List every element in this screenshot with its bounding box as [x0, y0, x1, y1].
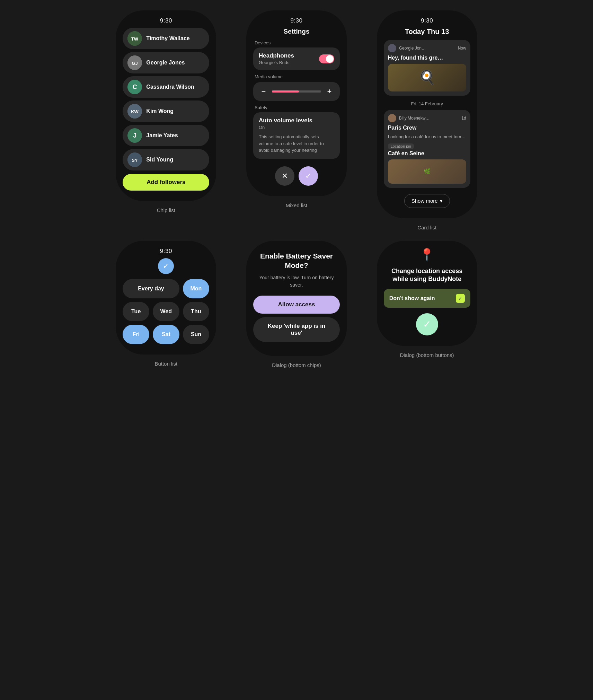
- contact-name-sid: Sid Young: [146, 156, 173, 163]
- checkmark-button[interactable]: ✓: [158, 258, 174, 274]
- volume-fill: [272, 90, 299, 93]
- card-item-georgie[interactable]: Georgie Jon… Now Hey, found this gre… 🍳: [384, 40, 470, 96]
- today-header: Today Thu 13: [405, 28, 449, 36]
- card-avatar-georgie: [388, 44, 396, 52]
- confirm-circle-button[interactable]: ✓: [416, 313, 438, 335]
- chevron-down-icon: ▾: [440, 198, 443, 204]
- headphones-row[interactable]: Headphones Georgie's Buds: [253, 47, 340, 70]
- dialog-chips-body: Your battery is low. Turn on battery sav…: [253, 274, 340, 289]
- confirm-button[interactable]: ✓: [299, 166, 318, 186]
- volume-label: Media volume: [253, 74, 340, 79]
- contact-item-kim[interactable]: KW Kim Wong: [123, 100, 209, 122]
- day-row-frisatsun: Fri Sat Sun: [123, 325, 209, 344]
- day-button-everyday[interactable]: Every day: [123, 279, 179, 298]
- show-more-button[interactable]: Show more ▾: [404, 194, 450, 208]
- dont-show-again-row[interactable]: Don't show again ✓: [384, 289, 470, 308]
- svg-text:SY: SY: [132, 158, 138, 163]
- avatar-sid: SY: [127, 152, 142, 167]
- settings-dialog-buttons: ✕ ✓: [253, 166, 340, 186]
- toggle-knob: [326, 55, 334, 63]
- chip-list-label: Chip list: [157, 207, 175, 213]
- cancel-button[interactable]: ✕: [275, 166, 294, 186]
- card-list-time: 9:30: [421, 17, 433, 24]
- card-title-georgie: Hey, found this gre…: [388, 54, 466, 62]
- contact-item-timothy[interactable]: TW Timothy Wallace: [123, 28, 209, 49]
- location-pin-icon: 📍: [419, 248, 435, 262]
- mixed-list-time: 9:30: [290, 17, 302, 24]
- volume-increase-button[interactable]: +: [325, 87, 334, 96]
- volume-slider[interactable]: [272, 90, 321, 93]
- avatar-timothy: TW: [127, 31, 142, 46]
- headphones-toggle[interactable]: [319, 54, 334, 63]
- day-button-mon[interactable]: Mon: [183, 279, 210, 298]
- mixed-list-watch: 9:30 Settings Devices Headphones Georgie…: [246, 10, 347, 196]
- card-sender-billy: Billy Moenekw…: [399, 116, 459, 121]
- card-avatar-billy: [388, 114, 396, 122]
- card-time-georgie: Now: [458, 46, 466, 51]
- contact-item-jamie[interactable]: J Jamie Yates: [123, 125, 209, 146]
- day-button-fri[interactable]: Fri: [123, 325, 149, 344]
- dialog-chips-title: Enable Battery Saver Mode?: [253, 251, 340, 270]
- card-time-billy: 1d: [461, 116, 466, 121]
- day-button-thu[interactable]: Thu: [183, 302, 210, 321]
- auto-volume-name: Auto volume levels: [259, 117, 334, 124]
- safety-section-label: Safety: [253, 105, 267, 110]
- volume-row: Media volume − +: [253, 74, 340, 101]
- card-list-watch: 9:30 Today Thu 13 Georgie Jon… Now Hey, …: [377, 10, 477, 218]
- volume-decrease-button[interactable]: −: [259, 87, 268, 96]
- button-list-watch: 9:30 ✓ Every day Mon Tue Wed Thu Fri Sat…: [116, 241, 216, 355]
- card-item-billy[interactable]: Billy Moenekw… 1d Paris Crew Looking for…: [384, 110, 470, 188]
- auto-volume-status: On: [259, 125, 334, 130]
- mixed-list-label: Mixed list: [286, 202, 308, 208]
- day-row-tuewedthu: Tue Wed Thu: [123, 302, 209, 321]
- card-title-billy: Paris Crew: [388, 124, 466, 132]
- contact-name-kim: Kim Wong: [146, 108, 174, 114]
- avatar-jamie: J: [127, 128, 142, 143]
- dont-show-checkbox[interactable]: ✓: [456, 294, 465, 303]
- contact-item-sid[interactable]: SY Sid Young: [123, 149, 209, 170]
- day-button-tue[interactable]: Tue: [123, 302, 149, 321]
- location-image: 🌿: [388, 159, 466, 184]
- svg-text:GJ: GJ: [132, 61, 138, 66]
- show-more-label: Show more: [411, 198, 438, 204]
- chip-list-container: TW Timothy Wallace GJ Georgie Jones C Ca…: [123, 28, 209, 170]
- contact-name-timothy: Timothy Wallace: [146, 35, 189, 42]
- contact-name-cassandra: Cassandra Wilson: [146, 84, 194, 90]
- devices-section-label: Devices: [253, 40, 271, 45]
- dialog-buttons-watch: 📍 Change location access while using Bud…: [377, 241, 477, 346]
- button-list-time: 9:30: [160, 248, 172, 255]
- day-button-sat[interactable]: Sat: [153, 325, 179, 344]
- day-button-wed[interactable]: Wed: [153, 302, 179, 321]
- avatar-georgie: GJ: [127, 55, 142, 70]
- date-divider: Fri, 14 February: [411, 101, 443, 106]
- chip-list-time: 9:30: [160, 17, 172, 24]
- day-row-everyday: Every day Mon: [123, 279, 209, 298]
- card-sender-georgie: Georgie Jon…: [399, 46, 455, 51]
- keep-while-app-button[interactable]: Keep 'while app is in use': [253, 317, 340, 342]
- contact-name-jamie: Jamie Yates: [146, 132, 178, 139]
- volume-control: − +: [253, 82, 340, 101]
- contact-name-georgie: Georgie Jones: [146, 59, 185, 66]
- card-image-food: 🍳: [388, 64, 466, 91]
- settings-title: Settings: [284, 28, 310, 35]
- location-name: Café en Seine: [388, 150, 466, 157]
- card-body-billy: Looking for a café for us to meet tom…: [388, 134, 466, 140]
- add-followers-button[interactable]: Add followers: [123, 174, 209, 191]
- svg-text:KW: KW: [131, 109, 139, 114]
- dont-show-label: Don't show again: [389, 295, 435, 301]
- button-list-label: Button list: [154, 361, 177, 367]
- dialog-chips-watch: Enable Battery Saver Mode? Your battery …: [246, 241, 347, 356]
- contact-item-georgie[interactable]: GJ Georgie Jones: [123, 52, 209, 73]
- avatar-kim: KW: [127, 104, 142, 119]
- headphones-sub: Georgie's Buds: [259, 60, 294, 65]
- contact-item-cassandra[interactable]: C Cassandra Wilson: [123, 76, 209, 98]
- location-badge: Location pin: [388, 143, 414, 149]
- svg-text:TW: TW: [131, 36, 139, 42]
- dialog-buttons-label: Dialog (bottom buttons): [400, 352, 454, 358]
- card-list-label: Card list: [417, 225, 436, 230]
- auto-volume-desc: This setting automatically sets volume t…: [259, 133, 334, 154]
- confirm-checkmark-icon: ✓: [423, 318, 431, 330]
- allow-access-button[interactable]: Allow access: [253, 296, 340, 314]
- day-button-sun[interactable]: Sun: [183, 325, 210, 344]
- day-grid: Every day Mon Tue Wed Thu Fri Sat Sun: [123, 279, 209, 344]
